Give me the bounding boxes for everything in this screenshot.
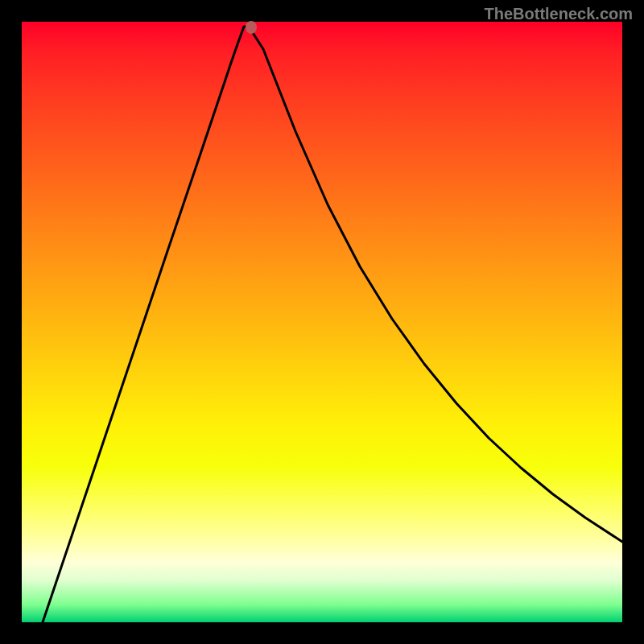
chart-container: TheBottleneck.com bbox=[0, 0, 644, 644]
plot-area bbox=[22, 22, 622, 622]
watermark-text: TheBottleneck.com bbox=[485, 5, 633, 23]
bottleneck-curve bbox=[43, 27, 622, 622]
optimal-point-marker bbox=[246, 21, 257, 34]
curve-layer bbox=[22, 22, 622, 622]
